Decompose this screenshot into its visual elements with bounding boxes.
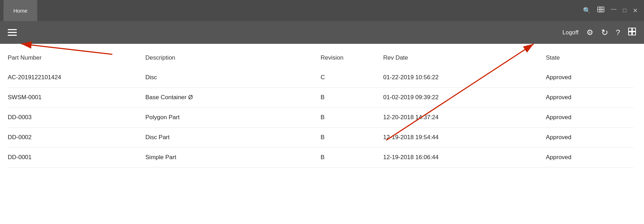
title-bar: Home 🔍 — □ ✕ <box>0 0 644 21</box>
svg-rect-8 <box>632 32 636 35</box>
table-row[interactable]: SWSM-0001Base Container ØB01-02-2019 09:… <box>8 88 633 108</box>
close-icon[interactable]: ✕ <box>633 7 638 14</box>
cell-revision: B <box>321 108 383 128</box>
cell-description: Disc Part <box>145 128 321 148</box>
svg-rect-7 <box>629 32 632 35</box>
cell-description: Polygon Part <box>145 108 321 128</box>
table-row[interactable]: DD-0001Simple PartB12-19-2018 16:06:44Ap… <box>8 148 633 168</box>
col-part-number: Part Number <box>8 51 145 68</box>
cell-state: Approved <box>546 128 633 148</box>
home-tab-label: Home <box>13 8 27 14</box>
header-row: Part Number Description Revision Rev Dat… <box>8 51 633 68</box>
cell-description: Disc <box>145 68 321 88</box>
scanner-icon[interactable] <box>597 6 605 15</box>
hamburger-line-2 <box>8 32 17 33</box>
svg-rect-5 <box>629 28 632 31</box>
cell-rev_date: 01-02-2019 09:39:22 <box>383 88 546 108</box>
minimize-icon[interactable]: — <box>611 6 617 15</box>
menu-bar: Logoff ⚙ ↻ ? <box>0 21 644 44</box>
hamburger-line-1 <box>8 29 17 30</box>
parts-table: Part Number Description Revision Rev Dat… <box>8 51 633 168</box>
maximize-icon[interactable]: □ <box>623 7 626 14</box>
title-bar-icons: 🔍 — □ ✕ <box>583 0 644 21</box>
home-tab[interactable]: Home <box>4 0 37 21</box>
cell-part_number: AC-2019122101424 <box>8 68 145 88</box>
help-icon[interactable]: ? <box>616 28 620 37</box>
table-body: AC-2019122101424DiscC01-22-2019 10:56:22… <box>8 68 633 168</box>
cell-part_number: DD-0001 <box>8 148 145 168</box>
cell-state: Approved <box>546 88 633 108</box>
layout-icon[interactable] <box>628 27 636 38</box>
col-state: State <box>546 51 633 68</box>
cell-revision: B <box>321 148 383 168</box>
cell-description: Simple Part <box>145 148 321 168</box>
cell-part_number: SWSM-0001 <box>8 88 145 108</box>
settings-icon[interactable]: ⚙ <box>586 28 593 37</box>
cell-rev_date: 12-20-2018 14:37:24 <box>383 108 546 128</box>
cell-revision: B <box>321 128 383 148</box>
menu-bar-right: Logoff ⚙ ↻ ? <box>563 21 644 44</box>
logoff-button[interactable]: Logoff <box>563 29 579 36</box>
table-area: Part Number Description Revision Rev Dat… <box>0 44 644 175</box>
table-row[interactable]: DD-0002Disc PartB12-19-2018 19:54:44Appr… <box>8 128 633 148</box>
cell-state: Approved <box>546 68 633 88</box>
cell-part_number: DD-0003 <box>8 108 145 128</box>
cell-rev_date: 01-22-2019 10:56:22 <box>383 68 546 88</box>
search-icon[interactable]: 🔍 <box>583 7 591 14</box>
cell-rev_date: 12-19-2018 19:54:44 <box>383 128 546 148</box>
col-rev-date: Rev Date <box>383 51 546 68</box>
cell-part_number: DD-0002 <box>8 128 145 148</box>
table-row[interactable]: DD-0003Polygon PartB12-20-2018 14:37:24A… <box>8 108 633 128</box>
table-row[interactable]: AC-2019122101424DiscC01-22-2019 10:56:22… <box>8 68 633 88</box>
table-header: Part Number Description Revision Rev Dat… <box>8 51 633 68</box>
cell-description: Base Container Ø <box>145 88 321 108</box>
cell-state: Approved <box>546 148 633 168</box>
cell-rev_date: 12-19-2018 16:06:44 <box>383 148 546 168</box>
cell-revision: B <box>321 88 383 108</box>
refresh-icon[interactable]: ↻ <box>601 28 608 38</box>
col-revision: Revision <box>321 51 383 68</box>
col-description: Description <box>145 51 321 68</box>
hamburger-line-3 <box>8 35 17 36</box>
cell-revision: C <box>321 68 383 88</box>
cell-state: Approved <box>546 108 633 128</box>
hamburger-menu[interactable] <box>0 29 25 36</box>
svg-rect-6 <box>632 28 636 31</box>
